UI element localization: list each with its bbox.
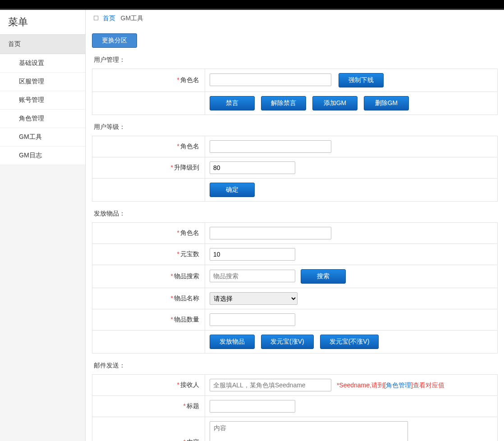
switch-zone-button[interactable]: 更换分区 bbox=[92, 33, 137, 48]
level-to-label: 升降级到 bbox=[174, 164, 199, 171]
sidebar-item-basic-settings[interactable]: 基础设置 bbox=[0, 54, 85, 73]
main-content: 首页 GM工具 更换分区 用户管理： *角色名 强制下线 bbox=[86, 10, 504, 441]
force-offline-button[interactable]: 强制下线 bbox=[339, 73, 384, 87]
give-role-label: 角色名 bbox=[180, 229, 199, 236]
sidebar-item-account-manage[interactable]: 账号管理 bbox=[0, 91, 85, 110]
user-manage-table: *角色名 强制下线 禁言 解除禁言 添加GM 删除GM bbox=[92, 69, 498, 115]
add-gm-button[interactable]: 添加GM bbox=[312, 96, 357, 110]
item-search-input[interactable] bbox=[210, 270, 295, 282]
give-yuanbao-v-button[interactable]: 发元宝(涨V) bbox=[261, 335, 314, 349]
section-give-item-title: 发放物品： bbox=[94, 210, 498, 218]
section-user-manage-title: 用户管理： bbox=[94, 56, 498, 64]
breadcrumb-home-link[interactable]: 首页 bbox=[103, 14, 115, 22]
level-role-input[interactable] bbox=[210, 140, 331, 153]
sidebar-item-gm-tools[interactable]: GM工具 bbox=[0, 128, 85, 147]
section-mail-title: 邮件发送： bbox=[94, 362, 498, 370]
give-role-input[interactable] bbox=[210, 227, 331, 239]
sidebar-item-role-manage[interactable]: 角色管理 bbox=[0, 110, 85, 128]
item-search-label: 物品搜索 bbox=[174, 272, 199, 280]
mail-recipient-label: 接收人 bbox=[180, 381, 199, 388]
mail-content-label: 内容 bbox=[187, 438, 199, 441]
section-user-level-title: 用户等级： bbox=[94, 123, 498, 131]
item-name-select[interactable]: 请选择 bbox=[210, 292, 298, 305]
role-name-label: 角色名 bbox=[180, 76, 199, 83]
sidebar-title: 菜单 bbox=[0, 10, 85, 34]
level-role-label: 角色名 bbox=[180, 142, 199, 150]
sidebar-item-zone-manage[interactable]: 区服管理 bbox=[0, 73, 85, 91]
role-name-input[interactable] bbox=[210, 74, 331, 86]
mail-recipient-input[interactable] bbox=[210, 379, 331, 391]
mail-title-label: 标题 bbox=[187, 402, 199, 409]
item-count-input[interactable] bbox=[210, 313, 295, 326]
level-confirm-button[interactable]: 确定 bbox=[210, 183, 255, 197]
mail-title-input[interactable] bbox=[210, 400, 295, 413]
sidebar-home[interactable]: 首页 bbox=[0, 34, 85, 54]
breadcrumb-current: GM工具 bbox=[121, 14, 144, 22]
mail-hint-link[interactable]: 角色管理 bbox=[386, 381, 411, 389]
give-item-button[interactable]: 发放物品 bbox=[210, 335, 255, 349]
give-yuanbao-nov-button[interactable]: 发元宝(不涨V) bbox=[320, 335, 379, 349]
mute-button[interactable]: 禁言 bbox=[210, 96, 255, 110]
breadcrumb: 首页 GM工具 bbox=[86, 10, 504, 27]
unmute-button[interactable]: 解除禁言 bbox=[261, 96, 306, 110]
yuanbao-label: 元宝数 bbox=[180, 250, 199, 257]
breadcrumb-icon bbox=[94, 16, 98, 20]
level-value-input[interactable] bbox=[210, 161, 295, 174]
item-search-button[interactable]: 搜索 bbox=[301, 269, 346, 284]
sidebar: 菜单 首页 基础设置 区服管理 账号管理 角色管理 GM工具 GM日志 bbox=[0, 10, 86, 441]
remove-gm-button[interactable]: 删除GM bbox=[364, 96, 409, 110]
yuanbao-input[interactable] bbox=[210, 248, 295, 261]
user-level-table: *角色名 *升降级到 确定 bbox=[92, 136, 498, 202]
mail-table: *接收人 *Seedname,请到[角色管理]查看对应值 *标题 *内容 bbox=[92, 374, 498, 441]
mail-content-textarea[interactable] bbox=[210, 421, 408, 441]
item-count-label: 物品数量 bbox=[174, 316, 199, 323]
top-bar bbox=[0, 0, 504, 10]
give-item-table: *角色名 *元宝数 *物品搜索 搜索 *物品名称 bbox=[92, 222, 498, 354]
item-name-label: 物品名称 bbox=[174, 294, 199, 302]
mail-recipient-hint: *Seedname,请到[角色管理]查看对应值 bbox=[337, 381, 444, 389]
sidebar-item-gm-logs[interactable]: GM日志 bbox=[0, 147, 85, 165]
